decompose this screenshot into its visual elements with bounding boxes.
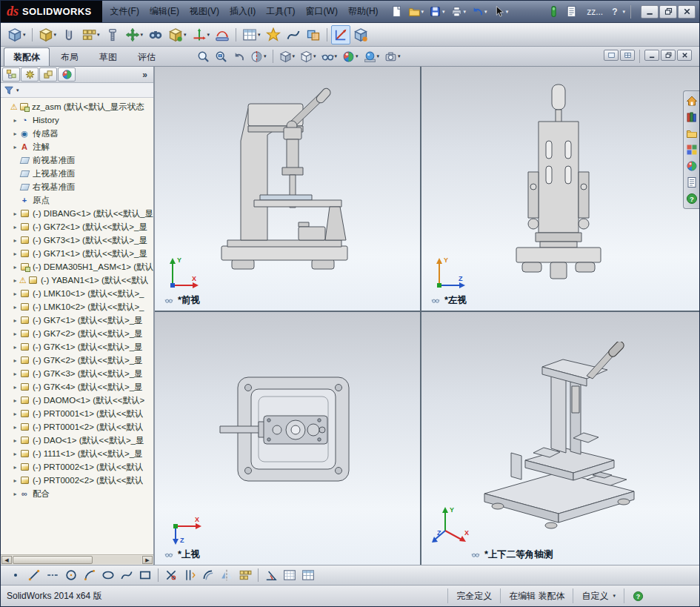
insert-components-button[interactable]: ▾	[36, 25, 59, 44]
forum-button[interactable]: ?	[685, 192, 699, 205]
expand-arrow-icon[interactable]: ▸	[11, 477, 19, 484]
view-palette-button[interactable]	[685, 143, 699, 156]
grid-snap-button[interactable]	[281, 566, 299, 584]
menu-item[interactable]: 文件(F)	[105, 1, 144, 22]
previous-view-button[interactable]	[230, 48, 247, 65]
reference-geometry-button[interactable]: ▾	[190, 25, 213, 44]
zoom-to-area-button[interactable]	[213, 48, 230, 65]
tree-item[interactable]: ▸(-) GK72<1> (默认<<默认>_显	[2, 220, 153, 233]
featuremanager-tab-button[interactable]	[2, 67, 20, 82]
trim-entities-button[interactable]	[162, 566, 180, 584]
tab-sketch[interactable]: 草图	[90, 47, 127, 66]
expand-arrow-icon[interactable]: ▸	[11, 210, 19, 217]
filter-dropdown-icon[interactable]: ▾	[16, 87, 19, 93]
offset-entities-button[interactable]	[199, 566, 217, 584]
tree-item[interactable]: 上视基准面	[2, 167, 153, 180]
minimize-button[interactable]	[641, 5, 659, 19]
front-view-model[interactable]	[216, 87, 356, 280]
tree-item[interactable]: ▸(-) G7K<4> (默认<<默认>_显	[2, 380, 153, 394]
spline-button[interactable]	[118, 566, 136, 584]
tree-item[interactable]: ▸(-) DIBANG<1> (默认<<默认_显	[2, 207, 153, 220]
tree-item[interactable]: ▸◉传感器	[2, 127, 153, 140]
expand-arrow-icon[interactable]: ▸	[11, 397, 19, 404]
tree-item[interactable]: ▸(-) PRT0001<2> (默认<<默认	[2, 420, 153, 434]
expand-arrow-icon[interactable]: ▸	[11, 424, 19, 431]
menu-item[interactable]: 插入(I)	[224, 1, 261, 22]
expand-arrow-icon[interactable]: ▸	[11, 304, 19, 311]
expand-arrow-icon[interactable]: ▸	[11, 264, 19, 271]
rectangle-button[interactable]	[136, 566, 154, 584]
expand-arrow-icon[interactable]: ▸	[11, 130, 19, 137]
menu-item[interactable]: 帮助(H)	[343, 1, 384, 22]
expand-arrow-icon[interactable]: ▸	[11, 331, 19, 337]
smart-dimension-button[interactable]	[262, 566, 280, 584]
sketch-point-button[interactable]	[7, 566, 24, 584]
mirror-entities-button[interactable]	[218, 566, 236, 584]
expand-arrow-icon[interactable]: ▸	[11, 224, 19, 230]
tree-item[interactable]: 右视基准面	[2, 180, 153, 193]
left-view-model[interactable]	[496, 83, 621, 283]
tree-item[interactable]: ▸(-) GK73<1> (默认<<默认>_显	[2, 233, 153, 247]
tree-item[interactable]: ▸(-) GK71<1> (默认<<默认>_显	[2, 247, 153, 260]
view-settings-button[interactable]: ▾	[382, 48, 403, 65]
doc-minimize-button[interactable]	[644, 50, 659, 61]
tree-item[interactable]: ▸(-) DAO<1> (默认<<默认>_显	[2, 434, 153, 447]
file-properties-button[interactable]	[563, 3, 580, 20]
new-document-button[interactable]	[388, 3, 405, 20]
instant3d-button[interactable]	[331, 25, 350, 44]
expand-arrow-icon[interactable]: ▸	[11, 291, 19, 297]
doc-restore-button[interactable]	[661, 50, 676, 61]
tree-item[interactable]: ▸A注解	[2, 140, 153, 153]
scroll-left-icon[interactable]: ◀	[1, 556, 12, 564]
tree-item[interactable]: ▸(-) G7K<1> (默认<<默认>_显	[2, 340, 153, 354]
linear-component-pattern-button[interactable]: ▾	[79, 25, 102, 44]
viewport-top[interactable]: X Z *上视	[155, 312, 421, 565]
expand-arrow-icon[interactable]: ▸	[11, 451, 19, 457]
menu-item[interactable]: 视图(V)	[184, 1, 224, 22]
expand-arrow-icon[interactable]: ▸	[11, 411, 19, 417]
restore-button[interactable]	[659, 5, 677, 19]
expand-arrow-icon[interactable]: ▸	[11, 357, 19, 364]
rebuild-button[interactable]	[545, 3, 562, 20]
tree-item[interactable]: ▸(-) LMK10<1> (默认<<默认>_	[2, 287, 153, 300]
isometric-view-model[interactable]	[462, 342, 655, 534]
expand-arrow-icon[interactable]: ▸	[11, 384, 19, 391]
apply-scene-button[interactable]: ▾	[361, 48, 382, 65]
expand-arrow-icon[interactable]: ▸	[11, 237, 19, 244]
save-button[interactable]: ▾	[427, 3, 447, 20]
expand-arrow-icon[interactable]: ▸	[11, 464, 19, 471]
hide-show-items-button[interactable]: ▾	[319, 48, 340, 65]
tree-item[interactable]: ▸(-) GK7<2> (默认<<默认>_显	[2, 327, 153, 340]
scrollbar-thumb[interactable]	[13, 556, 93, 564]
tree-item[interactable]: ▸(-) PRT0002<1> (默认<<默认	[2, 460, 153, 474]
circle-button[interactable]	[62, 566, 80, 584]
tree-item[interactable]: ▸(-) GK7<1> (默认<<默认>_显	[2, 314, 153, 327]
expand-arrow-icon[interactable]: ▸	[11, 491, 19, 497]
tree-item[interactable]: ▸(-) G7K<3> (默认<<默认>_显	[2, 367, 153, 380]
scroll-right-icon[interactable]: ▶	[142, 556, 153, 564]
interference-detection-button[interactable]	[304, 25, 323, 44]
viewport-left[interactable]: Y Z *左视	[421, 67, 699, 312]
convert-entities-button[interactable]	[181, 566, 199, 584]
expand-arrow-icon[interactable]: ▸	[11, 344, 19, 351]
filter-funnel-icon[interactable]	[4, 85, 14, 96]
chevron-down-icon[interactable]: ▾	[622, 9, 625, 15]
tree-item[interactable]: ▸(-) LMK10<2> (默认<<默认>_	[2, 300, 153, 314]
centerline-button[interactable]	[44, 566, 61, 584]
linear-sketch-pattern-button[interactable]	[236, 566, 254, 584]
menu-item[interactable]: 编辑(E)	[144, 1, 184, 22]
large-assembly-mode-button[interactable]	[351, 25, 370, 44]
viewport-isometric[interactable]: Y X Z *上下二等角轴测	[421, 312, 699, 565]
help-question-button[interactable]: ?	[610, 7, 619, 17]
panel-expand-chevron[interactable]: »	[138, 70, 152, 80]
configurationmanager-tab-button[interactable]	[39, 67, 57, 82]
expand-arrow-icon[interactable]: ▸	[11, 437, 19, 444]
open-button[interactable]: ▾	[406, 3, 427, 20]
ellipse-button[interactable]	[99, 566, 117, 584]
show-hidden-components-button[interactable]	[146, 25, 165, 44]
panel-horizontal-scrollbar[interactable]: ◀ ▶	[1, 554, 153, 565]
move-component-button[interactable]: ▾	[123, 25, 146, 44]
propertymanager-tab-button[interactable]	[21, 67, 39, 82]
explode-line-sketch-button[interactable]	[284, 25, 303, 44]
assembly-features-button[interactable]: ▾	[166, 25, 189, 44]
